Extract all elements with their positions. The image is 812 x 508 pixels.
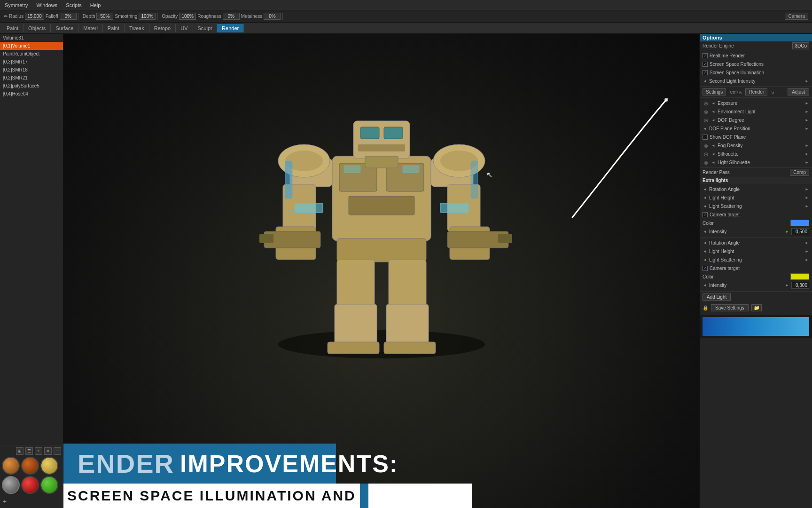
show-dof-plane-checkbox[interactable] bbox=[703, 135, 708, 140]
ssr-checkbox[interactable] bbox=[703, 62, 708, 67]
light-scatter-2-right[interactable]: ► bbox=[804, 257, 809, 262]
mat-tool-list[interactable]: ☰ bbox=[25, 447, 33, 455]
list-item-polysurface5[interactable]: [0,2]polySurface5 bbox=[0, 82, 63, 90]
rot-angle-1-left[interactable]: ◄ bbox=[703, 187, 707, 191]
second-light-right-arrow[interactable]: ► bbox=[804, 79, 809, 83]
tab-tweak[interactable]: Tweak bbox=[125, 24, 149, 32]
rot-angle-2-right[interactable]: ► bbox=[804, 240, 809, 245]
dof-plane-right-arrow[interactable]: ► bbox=[804, 126, 809, 131]
env-right-arrow[interactable]: ► bbox=[804, 109, 809, 114]
second-light-left-arrow[interactable]: ◄ bbox=[703, 79, 707, 83]
render-engine-value[interactable]: 3DCo bbox=[792, 42, 809, 49]
fog-right-arrow[interactable]: ► bbox=[804, 143, 809, 148]
light-scatter-1-right[interactable]: ► bbox=[804, 204, 809, 208]
light-sil-right-arrow[interactable]: ► bbox=[804, 160, 809, 165]
tab-material[interactable]: Materi bbox=[78, 24, 103, 32]
mat-tool-delete[interactable]: ✕ bbox=[44, 447, 52, 455]
metalness-value[interactable]: 0% bbox=[264, 13, 281, 20]
intensity-1-right[interactable]: ► bbox=[785, 230, 789, 234]
show-dof-plane-row: Show DOF Plane bbox=[700, 133, 812, 141]
render-pass-row: Render Pass Comp bbox=[700, 168, 812, 177]
save-settings-folder[interactable]: 📁 bbox=[751, 304, 762, 311]
light-height-2-right[interactable]: ► bbox=[804, 249, 809, 254]
light-height-1-right[interactable]: ► bbox=[804, 195, 809, 200]
light-scatter-2-left[interactable]: ◄ bbox=[703, 257, 707, 262]
intensity-2-right[interactable]: ► bbox=[785, 283, 789, 288]
env-left-arrow[interactable]: ◄ bbox=[711, 109, 716, 114]
camera-target-1-checkbox[interactable] bbox=[703, 212, 708, 217]
light-sil-left-arrow[interactable]: ◄ bbox=[711, 160, 716, 165]
fog-left-arrow[interactable]: ◄ bbox=[711, 143, 716, 148]
add-material-button[interactable]: + bbox=[2, 497, 61, 506]
roughness-value[interactable]: 0% bbox=[223, 13, 240, 20]
light-scatter-1-left[interactable]: ◄ bbox=[703, 204, 707, 208]
realtime-render-checkbox[interactable] bbox=[703, 53, 708, 58]
rot-angle-2-left[interactable]: ◄ bbox=[703, 240, 707, 245]
comp-button[interactable]: Comp bbox=[790, 169, 809, 176]
tab-surface[interactable]: Surface bbox=[51, 24, 78, 32]
save-settings-button[interactable]: Save Settings bbox=[711, 304, 749, 311]
sil-left-arrow[interactable]: ◄ bbox=[711, 151, 716, 156]
swatch-5[interactable] bbox=[21, 476, 39, 494]
smoothing-value[interactable]: 100% bbox=[139, 13, 156, 20]
swatch-6[interactable] bbox=[40, 476, 58, 494]
adjust-button[interactable]: Adjust bbox=[788, 88, 809, 95]
list-item-volume31[interactable]: Volume31 bbox=[0, 34, 63, 42]
tab-paint-left[interactable]: Paint bbox=[2, 24, 23, 32]
tab-render[interactable]: Render bbox=[217, 24, 244, 32]
list-item-paintroomobject[interactable]: PaintRoomObject bbox=[0, 50, 63, 58]
radius-value[interactable]: 15,000 bbox=[25, 13, 44, 20]
light-height-2-left[interactable]: ◄ bbox=[703, 249, 707, 254]
list-item-smr17[interactable]: [0,3]SMR17 bbox=[0, 58, 63, 66]
show-dof-plane-label: Show DOF Plane bbox=[710, 135, 809, 140]
intensity-1-value[interactable]: 0,500 bbox=[791, 228, 809, 235]
render-button[interactable]: Render bbox=[745, 88, 767, 95]
menu-scripts[interactable]: Scripts bbox=[64, 1, 84, 9]
tab-paint[interactable]: Paint bbox=[103, 24, 125, 32]
settings-button[interactable]: Settings bbox=[703, 88, 726, 95]
exposure-left-arrow[interactable]: ◄ bbox=[711, 101, 716, 105]
tab-objects[interactable]: Objects bbox=[23, 24, 51, 32]
intensity-2-value[interactable]: 0,300 bbox=[791, 282, 809, 289]
menu-symmetry[interactable]: Symmetry bbox=[3, 1, 30, 9]
camera-selector[interactable]: Camera bbox=[785, 13, 808, 20]
mat-tool-more[interactable]: ⋯ bbox=[54, 447, 61, 455]
ssi-checkbox[interactable] bbox=[703, 70, 708, 75]
list-item-smr18[interactable]: [0,2]SMR18 bbox=[0, 66, 63, 74]
list-item-smr21[interactable]: [0,2]SMR21 bbox=[0, 74, 63, 82]
list-item-hose04[interactable]: [0,4]Hose04 bbox=[0, 90, 63, 98]
rot-angle-1-right[interactable]: ► bbox=[804, 187, 809, 191]
exposure-right-arrow[interactable]: ► bbox=[804, 101, 809, 105]
color-gradient-bar[interactable] bbox=[703, 317, 809, 336]
smoothing-label: Smoothing bbox=[115, 14, 137, 19]
swatch-4[interactable] bbox=[2, 476, 20, 494]
mat-tool-grid[interactable]: ⊞ bbox=[16, 447, 23, 455]
opacity-value[interactable]: 100% bbox=[179, 13, 196, 20]
roughness-label: Roughness bbox=[197, 14, 221, 19]
mat-tool-add[interactable]: + bbox=[35, 447, 42, 455]
swatch-1[interactable] bbox=[2, 457, 20, 475]
add-light-button[interactable]: Add Light bbox=[703, 294, 731, 301]
dof-deg-right-arrow[interactable]: ► bbox=[804, 118, 809, 122]
dof-plane-left-arrow[interactable]: ◄ bbox=[703, 126, 707, 131]
light-height-1-left[interactable]: ◄ bbox=[703, 195, 707, 200]
menu-help[interactable]: Help bbox=[88, 1, 103, 9]
menu-windows[interactable]: Windows bbox=[35, 1, 60, 9]
swatch-3[interactable] bbox=[40, 457, 58, 475]
sil-right-arrow[interactable]: ► bbox=[804, 151, 809, 156]
intensity-1-left[interactable]: ◄ bbox=[703, 230, 707, 234]
camera-target-2-checkbox[interactable] bbox=[703, 266, 708, 271]
stroke-icon: ✏ bbox=[4, 14, 8, 19]
tab-retopo[interactable]: Retopo bbox=[149, 24, 176, 32]
list-item-volume1[interactable]: [0,1]Volume1 bbox=[0, 42, 63, 50]
tab-sculpt[interactable]: Sculpt bbox=[193, 24, 218, 32]
depth-value[interactable]: 50% bbox=[96, 13, 113, 20]
falloff-value[interactable]: 0% bbox=[60, 13, 77, 20]
dof-deg-left-arrow[interactable]: ◄ bbox=[711, 118, 716, 122]
tab-uv[interactable]: UV bbox=[176, 24, 193, 32]
color-1-swatch[interactable] bbox=[790, 220, 809, 226]
intensity-2-left[interactable]: ◄ bbox=[703, 283, 707, 288]
color-2-swatch[interactable] bbox=[790, 273, 809, 280]
viewport[interactable]: ↖ ENDER IMPROVEMENTS: SCREEN SPACE ILLUM… bbox=[63, 34, 699, 508]
swatch-2[interactable] bbox=[21, 457, 39, 475]
